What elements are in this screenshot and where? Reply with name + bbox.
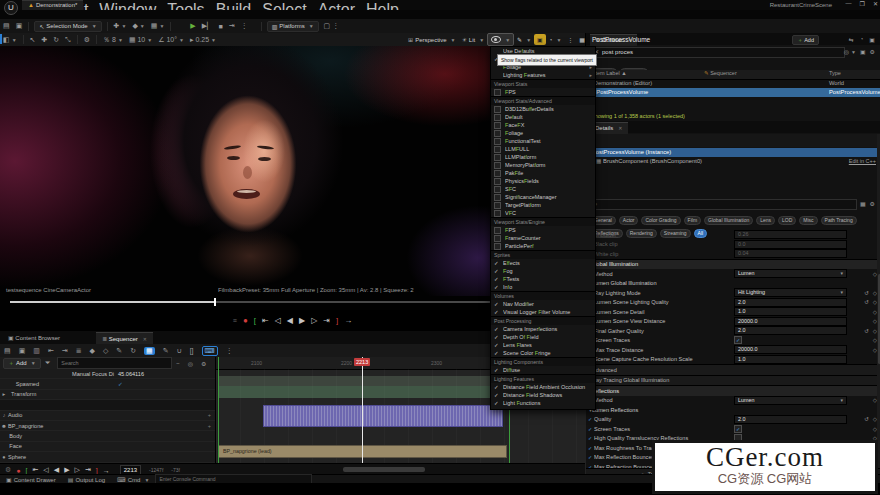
checkbox[interactable] <box>494 146 501 153</box>
keyframe-icon[interactable]: ◆ <box>90 347 95 355</box>
show-flag-item[interactable]: FaceFX <box>491 121 595 129</box>
sequencer-search-input[interactable] <box>57 357 172 369</box>
add-track-button[interactable]: ＋Add▼ <box>3 358 41 369</box>
audio-waveform-clip[interactable] <box>263 405 503 427</box>
property-value-field[interactable]: 20000.0 <box>734 345 847 354</box>
bracket-out-icon[interactable]: ] <box>336 316 338 325</box>
content-drawer-button[interactable]: ▣Content Drawer <box>6 476 56 483</box>
override-checkbox[interactable]: ✓ <box>586 435 594 441</box>
prev-key-icon[interactable]: ◁ <box>43 466 48 474</box>
show-flag-item[interactable]: ✓Fog <box>491 267 595 275</box>
bars-icon[interactable]: ≡ <box>233 317 237 324</box>
show-flag-item[interactable]: SignificanceManager <box>491 193 595 201</box>
keyboard-icon[interactable]: ⌨ <box>202 346 218 356</box>
sequencer-track-row[interactable]: ☻BP_napgrione+ <box>0 421 215 431</box>
spawned-checkbox[interactable]: ✓ <box>118 381 123 387</box>
property-dropdown[interactable]: Lumen <box>734 396 847 405</box>
checkbox[interactable] <box>494 114 501 121</box>
checkbox[interactable] <box>494 202 501 209</box>
checkbox[interactable] <box>494 154 501 161</box>
checkbox[interactable] <box>494 122 501 129</box>
surface-snap-button[interactable]: ％ 8▼ <box>103 35 123 45</box>
checkbox[interactable] <box>494 227 501 234</box>
jump-end-icon[interactable]: ⇥ <box>323 316 330 325</box>
jump-start-icon[interactable]: ⇤ <box>262 316 269 325</box>
cmd-dropdown[interactable]: ⌨Cmd▼ <box>117 476 149 483</box>
range-icon[interactable]: [] <box>190 347 194 354</box>
category-chip-lod[interactable]: LOD <box>778 216 796 225</box>
play-icon[interactable]: ▶ <box>190 22 195 30</box>
category-chip-global-illumination[interactable]: Global Illumination <box>704 216 753 225</box>
checkbox[interactable] <box>494 170 501 177</box>
record-icon[interactable]: ● <box>243 316 248 325</box>
details-settings-icon[interactable]: ⚙ <box>870 200 875 207</box>
show-flag-item[interactable]: SFC <box>491 185 595 193</box>
category-chip-path-tracing[interactable]: Path Tracing <box>821 216 857 225</box>
outliner-row[interactable]: ▢ PostProcessVolumePostProcessVolume <box>586 88 880 97</box>
show-flag-item[interactable]: MemoryPlatform <box>491 161 595 169</box>
track-filter-icon[interactable]: ⏷ <box>45 359 51 367</box>
stop-icon[interactable]: ■ <box>219 23 223 30</box>
checkbox[interactable] <box>494 89 501 96</box>
sequencer-track-row[interactable]: ▸ Transform <box>0 390 215 400</box>
outliner-row[interactable]: ▸ Demonstration (Editor)World <box>586 79 880 88</box>
reset-to-default-icon[interactable]: ↺ <box>864 416 869 422</box>
override-checkbox[interactable]: ✓ <box>586 454 594 460</box>
frame-skip-icon[interactable]: ▶▏ <box>202 22 213 30</box>
sphere-preview-icon[interactable]: ◔▼ <box>546 34 565 45</box>
auto-key-icon[interactable]: ◇ <box>103 347 108 355</box>
show-flag-item[interactable]: Default <box>491 113 595 121</box>
add-actor-icon[interactable]: ✚▼ <box>114 22 127 30</box>
play-options-kebab-icon[interactable]: ⋮ <box>241 22 248 30</box>
lock-icon[interactable]: ▣ <box>869 36 875 43</box>
property-row[interactable]: ▸ Advanced <box>586 364 880 375</box>
hierarchy-icon[interactable]: ⇆ <box>849 36 854 43</box>
property-value-field[interactable]: 0.04 <box>734 249 847 258</box>
property-value-field[interactable]: 2.0 <box>734 415 847 424</box>
level-tab[interactable]: ▲Demonstration* <box>22 0 83 10</box>
property-row[interactable]: ▸ Ray Tracing Global Illumination <box>586 375 880 386</box>
property-row[interactable]: ✓Final Gather Quality2.0↺◇ <box>586 326 880 336</box>
property-checkbox[interactable]: ✓ <box>734 336 742 344</box>
show-flag-item[interactable]: FunctionalTest <box>491 137 595 145</box>
play-icon[interactable]: ▶ <box>299 316 305 325</box>
loop-icon[interactable]: → <box>103 467 110 474</box>
tab-content-browser[interactable]: ▣ Content Browser <box>2 332 66 344</box>
property-checkbox[interactable]: ✓ <box>734 425 742 433</box>
rotate-icon[interactable]: ↻ <box>53 36 59 44</box>
property-row[interactable]: Black clip0.0 <box>586 240 880 250</box>
jump-end-icon[interactable]: ⇥ <box>85 466 91 474</box>
checkbox[interactable] <box>494 178 501 185</box>
tracks-icon[interactable]: ≣ <box>76 347 82 355</box>
next-key-icon[interactable]: ▷ <box>311 316 317 325</box>
show-flag-item[interactable]: ✓Diffuse <box>491 366 595 374</box>
seq-settings-icon[interactable]: ⚙ <box>201 360 206 367</box>
column-type[interactable]: Type <box>829 70 841 76</box>
brush-component-row[interactable]: ▦ BrushComponent (BrushComponent0) <box>586 157 880 166</box>
platforms-dropdown[interactable]: ▥ Platforms▼ <box>267 21 319 32</box>
sequencer-track-row[interactable]: Spawned✓ <box>0 379 215 389</box>
show-flag-item[interactable]: ✓Distance Field Shadows <box>491 391 595 399</box>
show-flag-item[interactable]: ParticlePerf <box>491 242 595 250</box>
maximize-icon[interactable]: ❐ <box>860 0 865 7</box>
show-flag-item[interactable]: Foliage <box>491 129 595 137</box>
grid-snap-button[interactable]: ▦ 10▼ <box>129 36 152 44</box>
edit-in-cpp-link[interactable]: Edit in C++ <box>849 157 876 166</box>
show-flag-item[interactable]: ✓Nav Modifier <box>491 300 595 308</box>
tool-select-icon[interactable]: ◧▼ <box>3 36 17 44</box>
checkbox[interactable] <box>494 243 501 250</box>
property-row[interactable]: ✓Screen Traces✓◇ <box>586 424 880 434</box>
category-chip-film[interactable]: Film <box>684 216 701 225</box>
view-options-icon[interactable]: ◔ <box>860 36 864 43</box>
add-component-button[interactable]: ＋ Add <box>792 35 819 45</box>
new-folder-icon[interactable]: ▣ <box>860 48 866 55</box>
record-icon[interactable]: ● <box>16 467 20 474</box>
property-row[interactable]: ✓Lumen Scene Lighting Quality2.0↺◇ <box>586 298 880 308</box>
kebab-icon[interactable]: ⋮ <box>226 347 233 355</box>
show-flag-item[interactable]: LLMFULL <box>491 145 595 153</box>
view-mode-dropdown[interactable]: ☀Lit▼ <box>458 34 487 45</box>
view-range-end[interactable]: -73f <box>171 467 180 473</box>
next-key-icon[interactable]: ▷ <box>75 466 80 474</box>
browse-icon[interactable]: ▣ <box>19 347 26 355</box>
show-flag-item[interactable]: ✓Lens Flares <box>491 341 595 349</box>
